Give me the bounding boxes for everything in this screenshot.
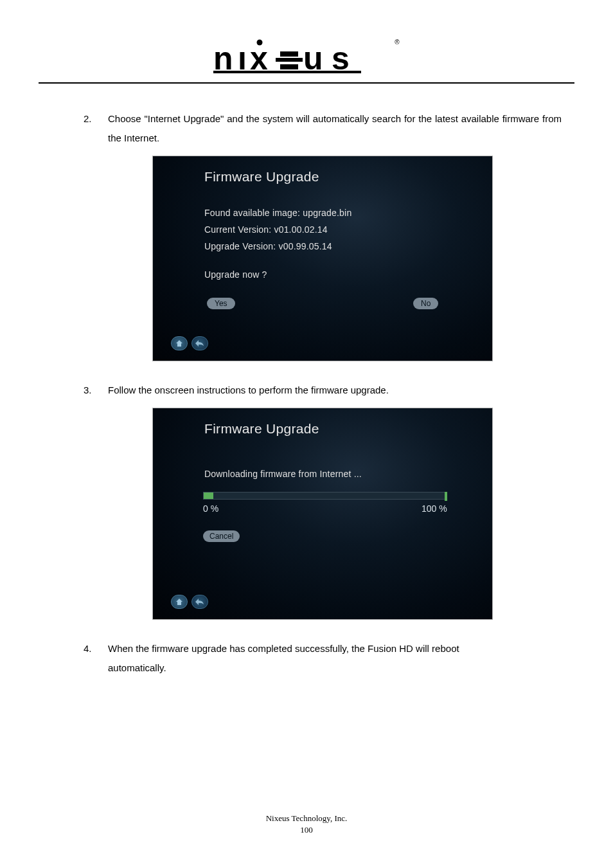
firmware-upgrade-confirm-screenshot: Firmware Upgrade Found available image: … [152,156,493,361]
svg-text:n: n [213,41,232,75]
svg-rect-5 [280,64,298,69]
step-2: 2. Choose "Internet Upgrade" and the sys… [84,109,562,361]
back-icon[interactable] [191,595,208,609]
step-4: 4. When the firmware upgrade has complet… [84,639,562,678]
upgrade-now-prompt: Upgrade now ? [204,269,267,280]
back-icon[interactable] [191,336,208,350]
no-button[interactable]: No [413,298,438,309]
svg-rect-4 [280,51,298,57]
progress-hundred-label: 100 % [422,503,447,514]
svg-text:s: s [332,41,348,75]
registered-mark: ® [395,39,399,46]
progress-end-indicator [445,492,447,501]
firmware-download-screenshot: Firmware Upgrade Downloading firmware fr… [152,408,493,620]
step-text: Follow the onscreen instructions to perf… [108,381,389,400]
footer-company: Nixeus Technology, Inc. [39,813,574,824]
svg-text:u: u [303,41,322,75]
found-image-text: Found available image: upgrade.bin [204,208,351,218]
step-number: 2. [84,109,98,148]
svg-text:x: x [250,41,268,75]
progress-bar [203,492,447,500]
svg-rect-9 [213,71,361,73]
header-divider [39,82,574,84]
progress-zero-label: 0 % [203,503,218,514]
step-number: 3. [84,381,98,400]
svg-text:ı: ı [238,41,245,75]
downloading-text: Downloading firmware from Internet ... [204,469,362,479]
current-version-text: Current Version: v01.00.02.14 [204,224,328,235]
step-text: Choose "Internet Upgrade" and the system… [108,109,562,148]
step-number: 4. [84,639,98,678]
home-icon[interactable] [171,336,188,350]
footer-page-number: 100 [39,824,574,836]
logo-area: n ı x u s ® [39,39,574,77]
upgrade-version-text: Upgrade Version: v00.99.05.14 [204,241,332,251]
cancel-button[interactable]: Cancel [203,530,240,542]
step-text-line1: When the firmware upgrade has completed … [108,643,459,654]
page-footer: Nixeus Technology, Inc. 100 [39,813,574,842]
progress-fill [204,493,213,499]
nixeus-logo: n ı x u s [213,39,393,77]
dialog-title: Firmware Upgrade [204,169,319,185]
svg-rect-6 [276,58,303,62]
yes-button[interactable]: Yes [207,298,235,309]
dialog-title: Firmware Upgrade [204,421,319,437]
home-icon[interactable] [171,595,188,609]
step-3: 3. Follow the onscreen instructions to p… [84,381,562,620]
step-text-line2: automatically. [108,662,166,673]
